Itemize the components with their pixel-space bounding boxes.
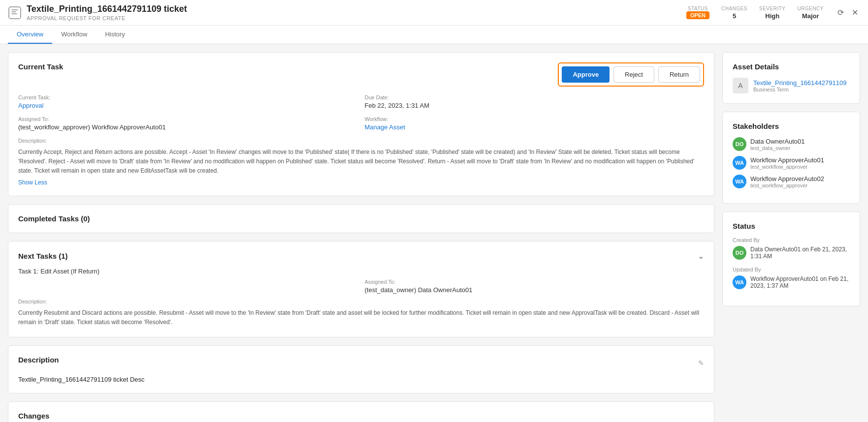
assigned-to-label: Assigned To: (18, 116, 358, 122)
tab-overview[interactable]: Overview (8, 26, 52, 44)
current-task-header: Current Task Approve Reject Return (18, 62, 704, 87)
ticket-title: Textile_Printing_1661442791109 ticket (27, 4, 187, 14)
task-grid: Current Task: Approval Due Date: Feb 22,… (18, 94, 704, 131)
description-card: Description ✎ Textile_Printing_166144279… (8, 345, 714, 393)
changes-meta-label: CHANGES (721, 6, 747, 11)
created-value-row: DO Data OwnerAuto01 on Feb 21, 2023, 1:3… (733, 246, 850, 260)
changes-card: Changes Asset ⌄ Field Original Value New… (8, 401, 714, 422)
stakeholder-info: Workflow ApproverAuto02 test_workflow_ap… (750, 175, 824, 188)
description-value: Textile_Printing_1661442791109 ticket De… (18, 376, 704, 383)
current-task-value: Approval (18, 102, 358, 109)
next-tasks-card: Next Tasks (1) ⌄ Task 1: Edit Asset (If … (8, 241, 714, 337)
task-field-due: Due Date: Feb 22, 2023, 1:31 AM (365, 94, 705, 109)
updated-avatar: WA (733, 275, 746, 289)
refresh-button[interactable]: ⟳ (836, 6, 846, 19)
task-actions-group: Approve Reject Return (558, 62, 704, 87)
next-tasks-chevron: ⌄ (698, 251, 704, 261)
stakeholder-avatar: DO (733, 137, 746, 151)
changes-title: Changes (18, 412, 704, 420)
urgency-meta-label: URGENCY (797, 6, 824, 11)
next-desc-label: Description: (18, 299, 704, 304)
changes-meta: CHANGES 5 (721, 6, 747, 20)
stakeholder-name: Workflow ApproverAuto01 (750, 156, 824, 164)
current-task-label: Current Task: (18, 94, 358, 100)
next-tasks-title: Next Tasks (1) (18, 252, 68, 260)
stakeholder-avatar: WA (733, 175, 746, 188)
updated-value-row: WA Workflow ApproverAuto01 on Feb 21, 20… (733, 275, 850, 289)
next-desc-text: Currently Resubmit and Discard actions a… (18, 308, 704, 327)
status-title: Status (733, 222, 850, 230)
task-field-assigned: Assigned To: (test_workflow_approver) Wo… (18, 116, 358, 131)
tab-history[interactable]: History (96, 26, 133, 44)
edit-icon[interactable]: ✎ (698, 359, 704, 367)
show-less-link[interactable]: Show Less (18, 179, 704, 186)
asset-item: A Textile_Printing_1661442791109 Busines… (733, 78, 850, 93)
completed-tasks-card: Completed Tasks (0) (8, 204, 714, 233)
stakeholder-role: test_workflow_approver (750, 182, 824, 188)
stakeholders-card: Stakeholders DO Data OwnerAuto01 test_da… (722, 112, 860, 204)
window-controls: ⟳ ✕ (836, 6, 860, 19)
next-task-detail: Task 1: Edit Asset (If Return) Assigned … (18, 268, 704, 327)
changes-meta-value: 5 (721, 12, 747, 20)
next-task-grid: Assigned To: (test_data_owner) Data Owne… (18, 279, 704, 294)
due-date-label: Due Date: (365, 94, 705, 100)
next-assigned-label: Assigned To: (365, 279, 705, 285)
current-task-card: Current Task Approve Reject Return Curre… (8, 52, 714, 196)
workflow-label: Workflow: (365, 116, 705, 122)
asset-type: Business Term (753, 87, 846, 92)
list-item: DO Data OwnerAuto01 test_data_owner (733, 137, 850, 151)
tab-workflow[interactable]: Workflow (52, 26, 96, 44)
top-bar: Textile_Printing_1661442791109 ticket AP… (0, 0, 868, 26)
stakeholders-list: DO Data OwnerAuto01 test_data_owner WA W… (733, 137, 850, 188)
severity-meta-value: High (759, 12, 785, 20)
close-button[interactable]: ✕ (850, 6, 860, 19)
next-task-description: Description: Currently Resubmit and Disc… (18, 299, 704, 327)
status-updated: Updated By WA Workflow ApproverAuto01 on… (733, 267, 850, 289)
asset-info: Textile_Printing_1661442791109 Business … (753, 79, 846, 92)
approve-button[interactable]: Approve (562, 66, 610, 83)
assigned-to-value: (test_workflow_approver) Workflow Approv… (18, 123, 358, 131)
stakeholder-role: test_workflow_approver (750, 164, 824, 170)
main-content: Current Task Approve Reject Return Curre… (0, 44, 868, 422)
severity-meta: SEVERITY High (759, 6, 785, 20)
updated-value: Workflow ApproverAuto01 on Feb 21, 2023,… (750, 275, 850, 289)
status-card: Status Created By DO Data OwnerAuto01 on… (722, 211, 860, 306)
asset-details-card: Asset Details A Textile_Printing_1661442… (722, 52, 860, 104)
left-panel: Current Task Approve Reject Return Curre… (8, 52, 714, 422)
task-description: Description: Currently Accept, Reject an… (18, 138, 704, 186)
workflow-value[interactable]: Manage Asset (365, 123, 705, 131)
asset-details-title: Asset Details (733, 62, 850, 71)
description-header: Description ✎ (18, 356, 704, 371)
description-section-title: Description (18, 356, 59, 364)
stakeholder-name: Data OwnerAuto01 (750, 138, 805, 145)
reject-button[interactable]: Reject (613, 66, 654, 83)
ticket-icon (8, 6, 22, 20)
top-bar-right: STATUS OPEN CHANGES 5 SEVERITY High URGE… (686, 6, 860, 20)
created-value: Data OwnerAuto01 on Feb 21, 2023, 1:31 A… (750, 246, 850, 260)
updated-label: Updated By (733, 267, 850, 272)
status-badge: OPEN (686, 11, 709, 19)
description-label: Description: (18, 138, 704, 144)
next-tasks-header[interactable]: Next Tasks (1) ⌄ (18, 251, 704, 261)
ticket-info: Textile_Printing_1661442791109 ticket AP… (27, 4, 187, 21)
completed-tasks-header[interactable]: Completed Tasks (0) (18, 214, 704, 223)
return-button[interactable]: Return (658, 66, 700, 83)
stakeholder-role: test_data_owner (750, 145, 805, 151)
due-date-value: Feb 22, 2023, 1:31 AM (365, 102, 705, 109)
list-item: WA Workflow ApproverAuto01 test_workflow… (733, 156, 850, 170)
current-task-title: Current Task (18, 62, 63, 71)
created-label: Created By (733, 237, 850, 243)
stakeholder-avatar: WA (733, 156, 746, 170)
next-assigned-value: (test_data_owner) Data OwnerAuto01 (365, 286, 705, 294)
top-bar-left: Textile_Printing_1661442791109 ticket AP… (8, 4, 187, 21)
asset-type-icon: A (733, 78, 748, 93)
stakeholder-info: Workflow ApproverAuto01 test_workflow_ap… (750, 156, 824, 170)
svg-rect-0 (9, 7, 21, 19)
ticket-subtitle: APPROVAL REQUEST FOR CREATE (27, 15, 187, 21)
stakeholders-title: Stakeholders (733, 122, 850, 130)
status-meta-label: STATUS (686, 6, 709, 11)
status-created: Created By DO Data OwnerAuto01 on Feb 21… (733, 237, 850, 260)
asset-name[interactable]: Textile_Printing_1661442791109 (753, 79, 846, 87)
next-task-name: Edit Asset (If Return) (40, 268, 99, 275)
urgency-meta-value: Major (797, 12, 824, 20)
